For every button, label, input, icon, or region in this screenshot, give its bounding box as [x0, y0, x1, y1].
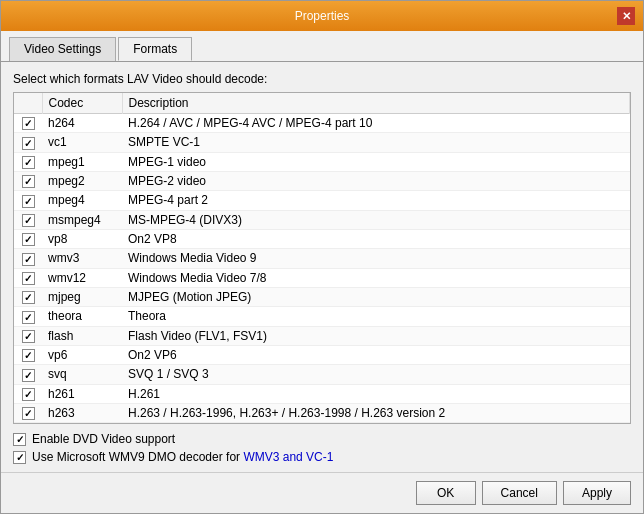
table-row: indeoIntel Indeo 3/4/5	[14, 423, 630, 424]
codec-name: flash	[42, 326, 122, 345]
wmv9-label: Use Microsoft WMV9 DMO decoder for WMV3 …	[32, 450, 333, 464]
codec-desc: Theora	[122, 307, 630, 326]
codec-desc: Windows Media Video 9	[122, 249, 630, 268]
col-codec: Codec	[42, 93, 122, 114]
codec-desc: Flash Video (FLV1, FSV1)	[122, 326, 630, 345]
codec-checkbox-msmpeg4[interactable]	[22, 214, 35, 227]
codec-desc: H.264 / AVC / MPEG-4 AVC / MPEG-4 part 1…	[122, 114, 630, 133]
option-wmv9: Use Microsoft WMV9 DMO decoder for WMV3 …	[13, 450, 631, 464]
tab-content: Select which formats LAV Video should de…	[1, 62, 643, 472]
tab-formats[interactable]: Formats	[118, 37, 192, 61]
codec-name: h261	[42, 384, 122, 403]
cancel-button[interactable]: Cancel	[482, 481, 557, 505]
codec-name: wmv3	[42, 249, 122, 268]
ok-button[interactable]: OK	[416, 481, 476, 505]
codec-checkbox-mpeg4[interactable]	[22, 195, 35, 208]
codec-desc: MJPEG (Motion JPEG)	[122, 287, 630, 306]
dvd-checkbox[interactable]	[13, 433, 26, 446]
dialog-title: Properties	[27, 9, 617, 23]
close-button[interactable]: ✕	[617, 7, 635, 25]
codec-desc: MPEG-4 part 2	[122, 191, 630, 210]
table-row: mpeg1MPEG-1 video	[14, 152, 630, 171]
table-row: theoraTheora	[14, 307, 630, 326]
codec-checkbox-h263[interactable]	[22, 407, 35, 420]
wmv9-checkbox[interactable]	[13, 451, 26, 464]
codec-table-container: Codec Description h264H.264 / AVC / MPEG…	[13, 92, 631, 424]
table-row: vp8On2 VP8	[14, 229, 630, 248]
codec-name: theora	[42, 307, 122, 326]
codec-checkbox-vp6[interactable]	[22, 349, 35, 362]
table-row: msmpeg4MS-MPEG-4 (DIVX3)	[14, 210, 630, 229]
table-row: flashFlash Video (FLV1, FSV1)	[14, 326, 630, 345]
codec-name: wmv12	[42, 268, 122, 287]
col-check	[14, 93, 42, 114]
codec-checkbox-mjpeg[interactable]	[22, 291, 35, 304]
dvd-label: Enable DVD Video support	[32, 432, 175, 446]
codec-checkbox-wmv3[interactable]	[22, 253, 35, 266]
codec-desc: MS-MPEG-4 (DIVX3)	[122, 210, 630, 229]
codec-name: vp8	[42, 229, 122, 248]
table-row: h261H.261	[14, 384, 630, 403]
codec-name: h264	[42, 114, 122, 133]
codec-checkbox-svq[interactable]	[22, 369, 35, 382]
section-label: Select which formats LAV Video should de…	[13, 72, 631, 86]
codec-checkbox-vp8[interactable]	[22, 233, 35, 246]
table-row: mpeg4MPEG-4 part 2	[14, 191, 630, 210]
codec-checkbox-flash[interactable]	[22, 330, 35, 343]
codec-desc: On2 VP8	[122, 229, 630, 248]
codec-desc: H.261	[122, 384, 630, 403]
properties-dialog: Properties ✕ Video Settings Formats Sele…	[0, 0, 644, 514]
table-row: wmv12Windows Media Video 7/8	[14, 268, 630, 287]
codec-checkbox-vc1[interactable]	[22, 137, 35, 150]
codec-desc: H.263 / H.263-1996, H.263+ / H.263-1998 …	[122, 403, 630, 422]
codec-desc: MPEG-2 video	[122, 171, 630, 190]
bottom-options: Enable DVD Video support Use Microsoft W…	[13, 432, 631, 464]
apply-button[interactable]: Apply	[563, 481, 631, 505]
codec-name: mpeg4	[42, 191, 122, 210]
table-row: svqSVQ 1 / SVQ 3	[14, 365, 630, 384]
codec-desc: Windows Media Video 7/8	[122, 268, 630, 287]
col-desc: Description	[122, 93, 630, 114]
codec-desc: SMPTE VC-1	[122, 133, 630, 152]
codec-checkbox-h264[interactable]	[22, 117, 35, 130]
codec-desc: Intel Indeo 3/4/5	[122, 423, 630, 424]
codec-checkbox-mpeg2[interactable]	[22, 175, 35, 188]
codec-desc: SVQ 1 / SVQ 3	[122, 365, 630, 384]
table-row: vc1SMPTE VC-1	[14, 133, 630, 152]
codec-desc: On2 VP6	[122, 345, 630, 364]
codec-name: vc1	[42, 133, 122, 152]
codec-name: msmpeg4	[42, 210, 122, 229]
table-row: h263H.263 / H.263-1996, H.263+ / H.263-1…	[14, 403, 630, 422]
codec-name: mpeg2	[42, 171, 122, 190]
codec-desc: MPEG-1 video	[122, 152, 630, 171]
codec-name: mjpeg	[42, 287, 122, 306]
codec-checkbox-wmv12[interactable]	[22, 272, 35, 285]
option-dvd: Enable DVD Video support	[13, 432, 631, 446]
table-row: h264H.264 / AVC / MPEG-4 AVC / MPEG-4 pa…	[14, 114, 630, 133]
tab-video-settings[interactable]: Video Settings	[9, 37, 116, 61]
tabs-bar: Video Settings Formats	[1, 31, 643, 62]
codec-name: vp6	[42, 345, 122, 364]
codec-name: h263	[42, 403, 122, 422]
buttons-row: OK Cancel Apply	[1, 472, 643, 513]
codec-checkbox-h261[interactable]	[22, 388, 35, 401]
table-row: mjpegMJPEG (Motion JPEG)	[14, 287, 630, 306]
table-row: mpeg2MPEG-2 video	[14, 171, 630, 190]
table-row: vp6On2 VP6	[14, 345, 630, 364]
codec-name: mpeg1	[42, 152, 122, 171]
codec-name: indeo	[42, 423, 122, 424]
table-row: wmv3Windows Media Video 9	[14, 249, 630, 268]
title-bar: Properties ✕	[1, 1, 643, 31]
codec-table: Codec Description h264H.264 / AVC / MPEG…	[14, 93, 630, 424]
codec-checkbox-theora[interactable]	[22, 311, 35, 324]
codec-name: svq	[42, 365, 122, 384]
codec-checkbox-mpeg1[interactable]	[22, 156, 35, 169]
